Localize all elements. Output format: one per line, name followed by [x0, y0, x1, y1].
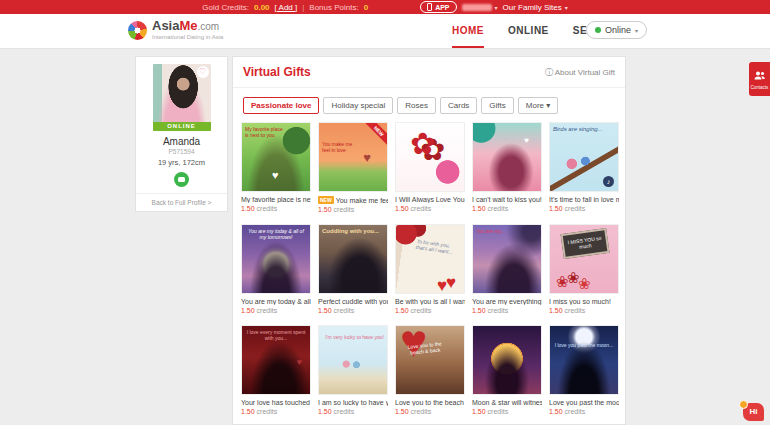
- favorite-heart-icon[interactable]: ♡: [197, 66, 209, 78]
- gift-image[interactable]: ♥I love every moment spent with you...: [241, 325, 311, 395]
- gift-image[interactable]: ✿: [395, 122, 465, 192]
- add-credits-link[interactable]: [ Add ]: [275, 3, 298, 12]
- divider: |: [302, 3, 304, 12]
- gift-price: 1.50 credits: [318, 206, 388, 213]
- gift-price: 1.50 credits: [549, 307, 619, 314]
- gift-card[interactable]: Cuddling with you...Perfect cuddle with …: [318, 224, 388, 314]
- gift-card[interactable]: Moon & star will witness our1.50 credits: [472, 325, 542, 415]
- gift-card[interactable]: ♥I can't wait to kiss you!1.50 credits: [472, 122, 542, 213]
- gift-image-caption: Cuddling with you...: [322, 228, 384, 236]
- gift-price: 1.50 credits: [241, 408, 311, 415]
- bonus-points-label: Bonus Points:: [309, 3, 358, 12]
- gift-image-caption: I love you past the moon...: [553, 342, 615, 348]
- profile-photo[interactable]: ♡ ONLINE: [153, 64, 211, 131]
- price-unit: credits: [255, 307, 278, 314]
- profile-sidebar: ♡ ONLINE Amanda P571594 19 yrs, 172cm Ba…: [135, 56, 228, 212]
- chat-widget-button[interactable]: Hi: [743, 403, 764, 421]
- gift-image[interactable]: You are my today & all of my tomorrows!: [241, 224, 311, 294]
- gift-price: 1.50 credits: [472, 205, 542, 212]
- gift-art-glyph: ♥: [363, 151, 371, 164]
- gift-title: Your love has touched my: [241, 399, 311, 406]
- gift-card[interactable]: Birds are singing...♪It's time to fall i…: [549, 122, 619, 213]
- gift-image[interactable]: Cuddling with you...: [318, 224, 388, 294]
- gift-art-glyph: ♥: [446, 274, 456, 291]
- gift-image[interactable]: I love you past the moon...: [549, 325, 619, 395]
- chevron-down-icon: ▾: [635, 27, 638, 34]
- gift-title: Love you to the beach and: [395, 399, 465, 406]
- app-label: APP: [435, 4, 449, 11]
- gift-image[interactable]: [472, 325, 542, 395]
- new-badge: NEW: [318, 196, 334, 204]
- gift-card[interactable]: ♥I love every moment spent with you...Yo…: [241, 325, 311, 415]
- gift-image[interactable]: Birds are singing...♪: [549, 122, 619, 192]
- chevron-down-icon: ▾: [565, 4, 568, 11]
- gift-image-caption: Birds are singing...: [553, 126, 615, 134]
- family-sites-menu[interactable]: Our Family Sites ▾: [503, 3, 568, 12]
- app-button[interactable]: APP: [420, 1, 456, 13]
- new-ribbon: NEW: [362, 122, 388, 148]
- gift-card[interactable]: I love you past the moon...Love you past…: [549, 325, 619, 415]
- back-to-profile-link[interactable]: Back to Full Profile >: [136, 193, 227, 211]
- about-virtual-gift-link[interactable]: ⓘ About Virtual Gift: [545, 67, 615, 78]
- user-menu[interactable]: ▾: [462, 4, 498, 11]
- gift-card[interactable]: You are my today & all of my tomorrows!Y…: [241, 224, 311, 314]
- gift-card[interactable]: ♥To be with you, that's all I want...Be …: [395, 224, 465, 314]
- gift-image[interactable]: ♥: [472, 122, 542, 192]
- gift-image[interactable]: ♥Love you to the beach & back: [395, 325, 465, 395]
- gift-image[interactable]: ♥To be with you, that's all I want...: [395, 224, 465, 294]
- gift-image-caption: To be with you, that's all I want...: [415, 238, 461, 257]
- gift-art-glyph: ♥: [524, 137, 529, 145]
- gift-card[interactable]: I'm very lucky to have you!I am so lucky…: [318, 325, 388, 415]
- brand-name: AsiaMe.com: [152, 20, 223, 33]
- contacts-people-icon: [754, 71, 766, 80]
- page-title: Virtual Gifts: [243, 65, 311, 79]
- price-unit: credits: [332, 408, 355, 415]
- price-value: 1.50: [241, 307, 255, 314]
- gift-price: 1.50 credits: [395, 408, 465, 415]
- chevron-down-icon: ▾: [495, 4, 498, 11]
- gift-image-caption: I love every moment spent with you...: [245, 329, 307, 342]
- tab-gifts[interactable]: Gifts: [481, 97, 513, 114]
- chat-button[interactable]: [174, 172, 189, 187]
- gift-image[interactable]: ♥You make me feel in loveNEW: [318, 122, 388, 192]
- online-status-dropdown[interactable]: Online ▾: [586, 21, 647, 39]
- tab-passionate-love[interactable]: Passionate love: [243, 97, 319, 114]
- gift-card[interactable]: ♥You make me feel in loveNEWNEWYou make …: [318, 122, 388, 213]
- chat-bubble-icon: [178, 177, 185, 182]
- audio-icon[interactable]: ♪: [603, 176, 614, 187]
- gift-title: My favorite place is next to you: [241, 196, 311, 203]
- gold-credits-label: Gold Credits:: [202, 3, 249, 12]
- gift-card[interactable]: You are my...You are my everything!1.50 …: [472, 224, 542, 314]
- tab-cards[interactable]: Cards: [440, 97, 477, 114]
- virtual-gifts-panel: Virtual Gifts ⓘ About Virtual Gift Passi…: [232, 56, 626, 425]
- gift-card[interactable]: ❀I MISS YOU so muchI miss you so much!1.…: [549, 224, 619, 314]
- gift-title: You are my everything!: [472, 298, 542, 305]
- gift-image-caption: I'm very lucky to have you!: [322, 334, 384, 340]
- gift-image[interactable]: I'm very lucky to have you!: [318, 325, 388, 395]
- gift-card[interactable]: ♥Love you to the beach & backLove you to…: [395, 325, 465, 415]
- tab-more[interactable]: More ▾: [518, 97, 558, 114]
- contacts-side-tab[interactable]: Contacts: [749, 62, 770, 96]
- gift-image[interactable]: You are my...: [472, 224, 542, 294]
- tab-holiday-special[interactable]: Holiday special: [323, 97, 393, 114]
- gold-credits-value: 0.00: [254, 3, 270, 12]
- gift-image[interactable]: ❀I MISS YOU so much: [549, 224, 619, 294]
- nav-home[interactable]: HOME: [452, 14, 484, 48]
- phone-icon: [427, 3, 432, 11]
- price-unit: credits: [409, 408, 432, 415]
- gift-title: I can't wait to kiss you!: [472, 196, 542, 203]
- credits-group: Gold Credits: 0.00 [ Add ] | Bonus Point…: [202, 3, 368, 12]
- nav-online[interactable]: ONLINE: [508, 14, 549, 48]
- price-value: 1.50: [472, 307, 486, 314]
- gift-card[interactable]: ♥My favorite place is next to youMy favo…: [241, 122, 311, 213]
- gift-art-glyph: ♥: [272, 170, 279, 181]
- gift-title: Perfect cuddle with you!: [318, 298, 388, 305]
- tab-roses[interactable]: Roses: [397, 97, 436, 114]
- logo[interactable]: AsiaMe.com International Dating in Asia: [128, 20, 223, 40]
- gift-image[interactable]: ♥My favorite place is next to you: [241, 122, 311, 192]
- profile-name: Amanda: [136, 136, 227, 147]
- gift-title: Moon & star will witness our: [472, 399, 542, 406]
- gift-card[interactable]: ✿I Will Always Love You1.50 credits: [395, 122, 465, 213]
- price-unit: credits: [486, 205, 509, 212]
- price-unit: credits: [563, 408, 586, 415]
